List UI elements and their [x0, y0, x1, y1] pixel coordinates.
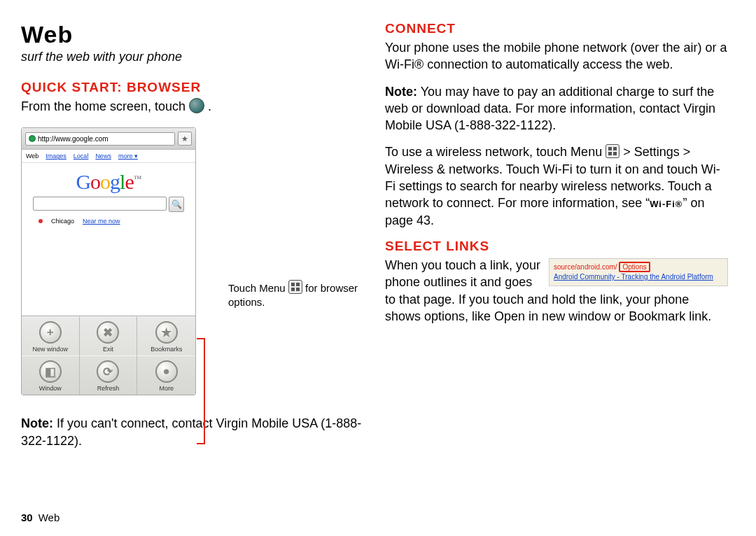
bookmark-star-icon[interactable]: ★ — [178, 132, 192, 146]
phone-mockup: http://www.google.com ★ Web Images Local… — [21, 127, 196, 395]
tab-local[interactable]: Local — [74, 153, 89, 160]
callout-text: Touch Menu for browser options. — [228, 280, 368, 309]
note-label: Note: — [385, 85, 417, 99]
connect-p1: Your phone uses the mobile phone network… — [385, 39, 728, 73]
link-demo-image: source/android.com/ Options Android Comm… — [549, 258, 728, 286]
location-text: Chicago — [51, 218, 74, 225]
menu-exit[interactable]: ✖Exit — [80, 316, 138, 355]
page-favicon-icon — [29, 135, 36, 142]
note-label: Note: — [21, 416, 53, 430]
menu-window[interactable]: ◧Window — [22, 355, 80, 395]
browser-globe-icon — [189, 98, 204, 113]
address-bar: http://www.google.com ★ — [22, 128, 195, 150]
page-title: Web — [21, 21, 364, 48]
menu-bookmarks[interactable]: ★Bookmarks — [137, 316, 195, 355]
windows-icon: ◧ — [39, 360, 62, 383]
location-dot-icon — [38, 219, 43, 223]
more-dot-icon: ● — [155, 360, 178, 383]
search-input[interactable] — [33, 197, 167, 211]
menu-more[interactable]: ●More — [137, 355, 195, 395]
page-number: 30 — [21, 512, 33, 523]
menu-icon — [606, 144, 620, 158]
tab-web[interactable]: Web — [26, 153, 38, 160]
demo-path: source/android.com/ — [554, 263, 617, 271]
tab-more[interactable]: more ▾ — [118, 153, 138, 160]
google-logo: Google™ — [22, 163, 195, 197]
near-me-link[interactable]: Near me now — [83, 218, 120, 225]
demo-link-title[interactable]: Android Community - Tracking the Android… — [554, 272, 723, 282]
menu-refresh[interactable]: ⟳Refresh — [80, 355, 138, 395]
page-subtitle: surf the web with your phone — [21, 50, 364, 64]
quick-start-line: From the home screen, touch . — [21, 98, 364, 115]
wifi-ref: Wi-Fi® — [650, 199, 682, 209]
plus-icon: + — [39, 321, 62, 344]
connect-note: Note: You may have to pay an additional … — [385, 83, 728, 134]
refresh-icon: ⟳ — [97, 360, 119, 383]
browser-menu: +New window ✖Exit ★Bookmarks ◧Window ⟳Re… — [22, 316, 195, 395]
star-icon: ★ — [155, 321, 178, 344]
callout-bracket — [197, 338, 205, 444]
quick-start-note: Note: If you can't connect, contact Virg… — [21, 415, 364, 449]
url-field[interactable]: http://www.google.com — [25, 132, 175, 146]
x-icon: ✖ — [97, 321, 119, 344]
tab-news[interactable]: News — [95, 153, 111, 160]
url-text: http://www.google.com — [38, 135, 108, 143]
heading-select-links: Select links — [385, 239, 728, 254]
menu-new-window[interactable]: +New window — [22, 316, 80, 355]
tab-images[interactable]: Images — [46, 153, 66, 160]
heading-connect: Connect — [385, 21, 728, 36]
heading-quick-start: Quick Start: Browser — [21, 80, 364, 95]
quick-start-text: From the home screen, touch — [21, 99, 189, 113]
footer-section: Web — [38, 512, 60, 523]
search-button[interactable]: 🔍 — [169, 197, 184, 212]
menu-icon — [288, 280, 302, 294]
google-tabs: Web Images Local News more ▾ — [22, 150, 195, 163]
page-footer: 30Web — [21, 512, 59, 523]
demo-options-highlight: Options — [619, 262, 650, 272]
connect-p2: To use a wireless network, touch Menu > … — [385, 143, 728, 228]
